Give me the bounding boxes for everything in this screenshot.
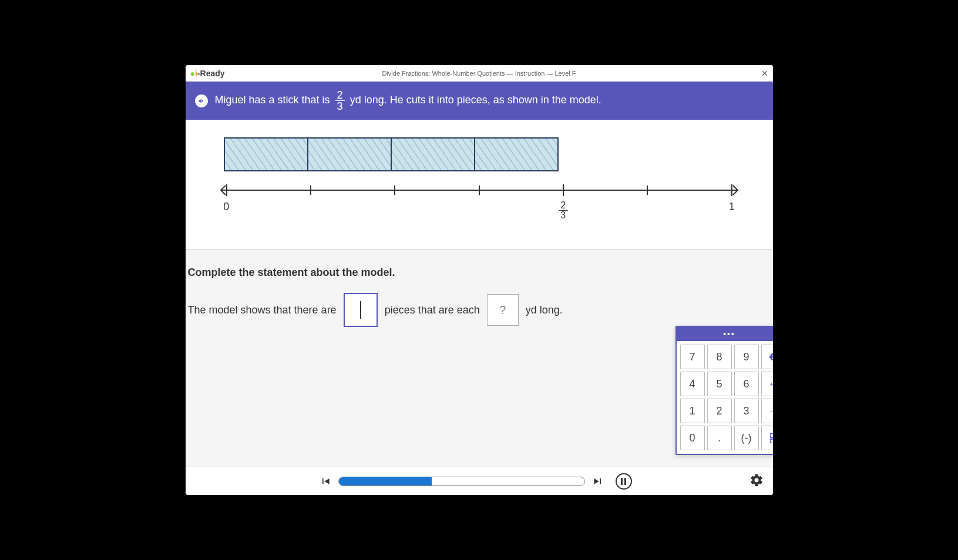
pause-button[interactable]	[616, 473, 632, 490]
key-3[interactable]: 3	[734, 399, 759, 423]
content-area: 0 2 3 1	[186, 120, 773, 249]
answer-input-2[interactable]: ?	[487, 294, 519, 326]
key-right-arrow[interactable]: →	[761, 399, 773, 423]
gear-icon[interactable]	[749, 473, 764, 490]
key-negative[interactable]: (-)	[734, 426, 759, 450]
key-4[interactable]: 4	[680, 372, 705, 396]
prompt-text: Miguel has a stick that is 2 3 yd long. …	[215, 90, 601, 112]
sentence-mid: pieces that are each	[385, 304, 480, 316]
bar-piece	[308, 139, 392, 170]
text-cursor	[360, 301, 361, 319]
key-fraction[interactable]	[761, 426, 773, 450]
key-2[interactable]: 2	[707, 399, 732, 423]
key-1[interactable]: 1	[680, 399, 705, 423]
key-decimal[interactable]: .	[707, 426, 732, 450]
number-line: 0 2 3 1	[215, 178, 744, 225]
instruction-text: Complete the statement about the model.	[188, 266, 395, 279]
sentence-pre: The model shows that there are	[188, 304, 337, 316]
close-icon[interactable]: ✕	[761, 69, 768, 78]
keypad-header[interactable]: ••• ✕	[677, 327, 773, 341]
prompt-pre: Miguel has a stick that is	[215, 94, 330, 106]
instruction-row: Complete the statement about the model.	[186, 266, 773, 279]
bar-piece	[225, 139, 308, 170]
prev-button[interactable]	[320, 475, 331, 487]
tick-label-2-3: 2 3	[556, 201, 570, 220]
brand-logo: ●i-Ready	[190, 69, 225, 78]
bar-piece	[475, 139, 557, 170]
tick-label-0: 0	[223, 201, 229, 213]
key-5[interactable]: 5	[707, 372, 732, 396]
sentence-row: The model shows that there are pieces th…	[186, 293, 773, 327]
answer-input-1[interactable]	[344, 293, 378, 327]
top-bar: ●i-Ready Divide Fractions: Whole-Number …	[186, 65, 773, 82]
keypad-grid: 7 8 9 4 5 6 ← 1 2 3 → 0 . (-)	[677, 341, 773, 454]
key-left-arrow[interactable]: ←	[761, 372, 773, 396]
key-8[interactable]: 8	[707, 345, 732, 369]
progress-fill	[339, 477, 432, 485]
key-7[interactable]: 7	[680, 345, 705, 369]
progress-bar	[338, 477, 585, 486]
model-area: 0 2 3 1	[215, 137, 744, 225]
prompt-post: yd long. He cuts it into pieces, as show…	[350, 94, 601, 106]
app-frame: ●i-Ready Divide Fractions: Whole-Number …	[186, 65, 773, 495]
tick-label-1: 1	[729, 201, 735, 213]
key-backspace[interactable]	[761, 345, 773, 369]
key-6[interactable]: 6	[734, 372, 759, 396]
drag-handle-icon[interactable]: •••	[723, 329, 735, 339]
key-9[interactable]: 9	[734, 345, 759, 369]
next-button[interactable]	[592, 475, 604, 487]
prompt-fraction: 2 3	[335, 90, 345, 112]
lesson-title: Divide Fractions: Whole-Number Quotients…	[382, 70, 576, 77]
audio-icon[interactable]	[195, 95, 208, 107]
key-0[interactable]: 0	[680, 426, 705, 450]
footer-bar	[186, 467, 773, 495]
bar-model	[224, 137, 559, 171]
bar-piece	[392, 139, 475, 170]
sentence-post: yd long.	[526, 304, 563, 316]
keypad: ••• ✕ 7 8 9 4 5 6 ← 1 2 3 → 0 . (-)	[675, 326, 773, 455]
question-area: Complete the statement about the model. …	[186, 249, 773, 467]
prompt-bar: Miguel has a stick that is 2 3 yd long. …	[186, 82, 773, 120]
